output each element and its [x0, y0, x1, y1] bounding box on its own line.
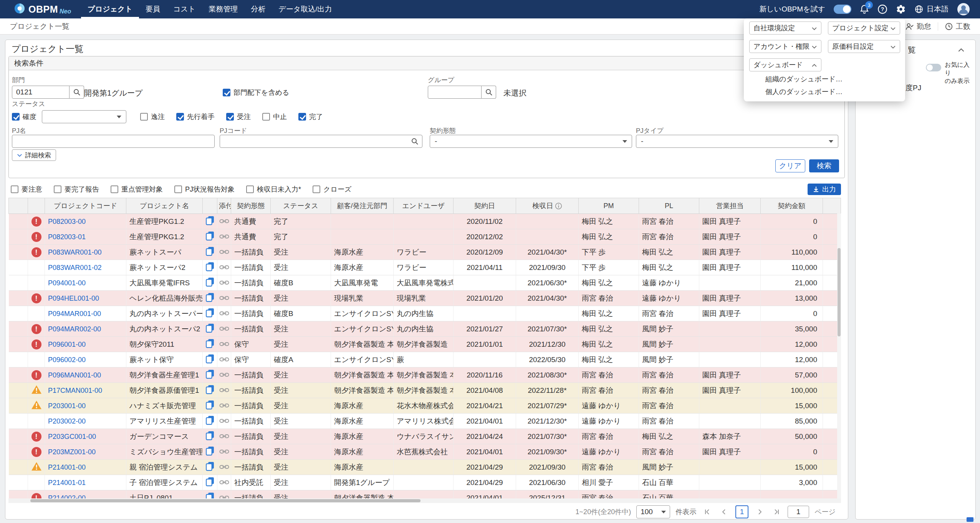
nav-item-analysis[interactable]: 分析 — [244, 0, 272, 18]
cell-attach[interactable] — [217, 367, 231, 383]
menu-item-right-1[interactable]: 原価科目設定 — [828, 40, 900, 53]
cell-copy[interactable] — [203, 245, 217, 260]
project-code-link[interactable]: P083WAR001-02 — [48, 264, 101, 271]
nav-item-data-io[interactable]: データ取込/出力 — [272, 0, 338, 18]
search-button[interactable]: 検索 — [809, 159, 839, 172]
cell-copy[interactable] — [203, 383, 217, 398]
help-button[interactable]: ? — [877, 4, 887, 14]
app-logo[interactable]: OBPM Neo — [14, 3, 71, 16]
table-row[interactable]: P214001-00親 宿泊管理システム一括請負受注海原水産2021/04/29… — [9, 460, 841, 475]
cell-copy[interactable] — [203, 398, 217, 414]
page-size-select[interactable]: 100 — [636, 505, 670, 518]
table-row[interactable]: P094MAR001-00丸の内ネットスーパー一括請負確度BエンサイクロンSYS… — [9, 306, 841, 321]
filter-checkbox-0[interactable]: 要注意 — [11, 185, 42, 194]
menu-item-left-1[interactable]: アカウント・権限 — [749, 40, 821, 53]
project-code-link[interactable]: P094MAR001-00 — [48, 310, 101, 318]
page-number-input[interactable] — [788, 506, 809, 518]
project-code-link[interactable]: P214002-00 — [48, 494, 86, 499]
project-code-link[interactable]: P214001-01 — [48, 479, 86, 487]
cell-attach[interactable] — [217, 306, 231, 321]
clear-button[interactable]: クリア — [775, 159, 805, 172]
project-code-link[interactable]: P214001-00 — [48, 463, 86, 471]
menu-subitem-1[interactable]: 個人のダッシュボード… — [765, 87, 843, 96]
project-code-link[interactable]: P094HEL001-00 — [48, 295, 99, 302]
cell-attach[interactable] — [217, 275, 231, 291]
try-new-obpm-link[interactable]: 新しいOBPMを試す — [759, 4, 825, 14]
settings-button[interactable] — [896, 4, 906, 14]
table-row[interactable]: P203002-00アマリリス生産管理一括請負受注海原水産アマリリス株式会社20… — [9, 414, 841, 429]
table-row[interactable]: !P203MZ001-00ミズバショウ生産管理一括請負受注海原水産水芭蕉株式会社… — [9, 444, 841, 460]
cell-attach[interactable] — [217, 444, 231, 460]
cell-copy[interactable] — [203, 337, 217, 352]
cell-attach[interactable] — [217, 398, 231, 414]
nav-item-members[interactable]: 要員 — [139, 0, 167, 18]
nav-item-operations[interactable]: 業務管理 — [202, 0, 244, 18]
cell-attach[interactable] — [217, 414, 231, 429]
group-input[interactable] — [428, 86, 482, 99]
attendance-button[interactable]: 勤怠 — [902, 22, 935, 31]
table-row[interactable]: !P082003-00生産管理PKG1.2共通費完了2020/11/02梅田 弘… — [9, 214, 841, 229]
detail-search-button[interactable]: 詳細検索 — [12, 149, 56, 161]
status-option-2[interactable]: 受注 — [226, 112, 251, 121]
cell-attach[interactable] — [217, 337, 231, 352]
workhours-button[interactable]: 工数 — [941, 22, 974, 31]
next-page-button[interactable] — [754, 506, 765, 518]
cell-copy[interactable] — [203, 214, 217, 229]
filter-checkbox-3[interactable]: PJ状況報告対象 — [174, 185, 235, 194]
menu-subitem-0[interactable]: 組織のダッシュボード… — [765, 74, 843, 84]
project-code-link[interactable]: P082003-00 — [48, 218, 86, 225]
project-code-link[interactable]: P094001-00 — [48, 279, 86, 287]
cell-attach[interactable] — [217, 460, 231, 475]
dept-search-button[interactable] — [70, 86, 84, 99]
cell-copy[interactable] — [203, 475, 217, 490]
menu-item-left-2[interactable]: ダッシュボード — [749, 58, 821, 71]
notifications-button[interactable]: 3 — [860, 4, 869, 14]
cell-copy[interactable] — [203, 260, 217, 275]
table-row[interactable]: !P082003-01生産管理PKG1.2共通費完了2020/12/02梅田 弘… — [9, 229, 841, 245]
cell-attach[interactable] — [217, 260, 231, 275]
pj-name-input[interactable] — [12, 135, 215, 148]
cell-copy[interactable] — [203, 291, 217, 306]
language-selector[interactable]: 日本語 — [914, 4, 949, 14]
cell-copy[interactable] — [203, 306, 217, 321]
side-panel-item[interactable]: 度PJ — [906, 83, 921, 93]
cell-copy[interactable] — [203, 490, 217, 499]
pj-type-select[interactable]: - — [636, 135, 838, 148]
user-avatar[interactable] — [957, 3, 970, 16]
cell-attach[interactable] — [217, 475, 231, 490]
kakudo-checkbox[interactable]: 確度 — [12, 112, 36, 121]
prev-page-button[interactable] — [718, 506, 730, 518]
status-option-3[interactable]: 中止 — [262, 112, 287, 121]
project-code-link[interactable]: P096MAN001-00 — [48, 371, 101, 379]
project-code-link[interactable]: P096002-00 — [48, 356, 86, 364]
project-code-link[interactable]: P203MZ001-00 — [48, 448, 96, 456]
pj-code-input[interactable] — [220, 135, 422, 148]
cell-attach[interactable] — [217, 321, 231, 337]
vertical-scrollbar[interactable] — [837, 214, 841, 498]
dept-input[interactable] — [12, 86, 70, 99]
cell-copy[interactable] — [203, 352, 217, 367]
filter-checkbox-2[interactable]: 重点管理対象 — [111, 185, 163, 194]
cell-copy[interactable] — [203, 429, 217, 444]
table-row[interactable]: P17CMAN001-00朝夕洋食器原価管理1一括請負受注朝夕洋食器製造 本社朝… — [9, 383, 841, 398]
cell-copy[interactable] — [203, 229, 217, 245]
table-row[interactable]: P214001-01子 宿泊管理システム社内受託受注開発第1グループ2021/0… — [9, 475, 841, 490]
horizontal-scrollbar[interactable] — [8, 498, 841, 503]
new-obpm-toggle[interactable] — [834, 5, 851, 14]
export-button[interactable]: 出力 — [808, 184, 841, 195]
nav-item-project[interactable]: プロジェクト — [81, 0, 139, 18]
table-row[interactable]: !P203GC001-00ガーデンコマース一括請負受注海原水産ウナバラスイサン2… — [9, 429, 841, 444]
cell-copy[interactable] — [203, 460, 217, 475]
table-row[interactable]: !P094MAR002-00丸の内ネットスーパ2一括請負受注エンサイクロンSYS… — [9, 321, 841, 337]
cell-copy[interactable] — [203, 367, 217, 383]
favorites-only-toggle[interactable] — [926, 64, 941, 71]
horizontal-scrollbar-thumb[interactable] — [30, 499, 420, 502]
cell-copy[interactable] — [203, 275, 217, 291]
cell-attach[interactable] — [217, 291, 231, 306]
project-code-link[interactable]: P203001-00 — [48, 402, 86, 410]
project-code-link[interactable]: P203GC001-00 — [48, 433, 96, 440]
include-subdept-checkbox[interactable]: 部門配下を含める — [223, 88, 289, 97]
filter-checkbox-5[interactable]: クローズ — [313, 185, 351, 194]
table-row[interactable]: P096002-00蕨ネット保守保守確度AエンサイクロンSYS蕨2022/05/… — [9, 352, 841, 367]
status-option-4[interactable]: 完了 — [298, 112, 323, 121]
